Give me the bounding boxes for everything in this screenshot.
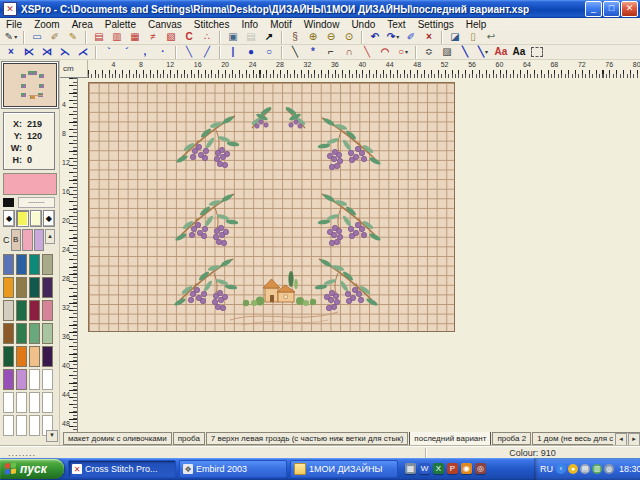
app-target-icon[interactable]: ◎ <box>475 463 486 474</box>
design-preview-thumbnail[interactable] <box>3 63 57 107</box>
design-tab[interactable]: макет домик с оливочками <box>63 432 172 445</box>
app-orange-icon[interactable]: ◉ <box>461 463 472 474</box>
redo-button[interactable]: ↷▾ <box>384 30 402 45</box>
menu-stitches[interactable]: Stitches <box>188 19 236 30</box>
thread-swatch[interactable] <box>3 346 14 367</box>
thread-swatch[interactable] <box>42 392 53 413</box>
language-chevron-icon[interactable]: ‹ <box>556 464 566 474</box>
paste-motif-button[interactable]: ▦ <box>126 30 144 45</box>
tray-green-icon[interactable]: ▥ <box>592 464 602 474</box>
half-cross-a-button[interactable]: ⋋ <box>56 45 74 60</box>
save-design-button[interactable]: ◪ <box>446 30 464 45</box>
thread-swatch[interactable] <box>3 323 14 344</box>
coin-icon[interactable]: ● <box>568 464 578 474</box>
selection-box-button[interactable] <box>528 45 546 60</box>
design-tab[interactable]: проба <box>173 432 205 445</box>
menu-info[interactable]: Info <box>235 19 264 30</box>
long-stitch-angle-button[interactable]: ╲▾ <box>474 45 492 60</box>
menu-settings[interactable]: Settings <box>412 19 460 30</box>
dropdown-arrow-icon[interactable]: ▾ <box>396 34 399 40</box>
french-knot-button[interactable]: ● <box>242 45 260 60</box>
thread-swatch[interactable] <box>3 277 14 298</box>
color-mode-alt[interactable] <box>30 210 42 227</box>
thread-swatch[interactable] <box>42 346 53 367</box>
thread-swatch[interactable] <box>29 346 40 367</box>
zoom-actual-button[interactable]: ⊙ <box>340 30 358 45</box>
thread-swatch[interactable] <box>16 254 27 275</box>
long-stitch-button[interactable]: ╲ <box>456 45 474 60</box>
thread-swatch[interactable] <box>3 300 14 321</box>
zoom-out-button[interactable]: ⊖ <box>322 30 340 45</box>
thread-swatch[interactable] <box>16 323 27 344</box>
thread-swatch[interactable] <box>3 254 14 275</box>
thread-swatch[interactable] <box>29 277 40 298</box>
pointer-arrow-button[interactable]: ↗ <box>260 30 278 45</box>
thread-swatch[interactable] <box>29 254 40 275</box>
marker-diamond-right[interactable]: ◆ <box>43 210 55 227</box>
taskbar-task-1[interactable]: ✕Cross Stitch Pro... <box>68 460 176 478</box>
tab-scroll-left[interactable]: ◂ <box>615 433 627 446</box>
design-tab[interactable]: проба 2 <box>492 432 531 445</box>
dropdown-arrow-icon[interactable]: ▾ <box>405 49 408 55</box>
palette-scroll-down[interactable]: ▼ <box>46 430 58 442</box>
half-stitch-fwd-button[interactable]: ╱ <box>198 45 216 60</box>
app-red-icon[interactable]: P <box>447 463 458 474</box>
excel-icon[interactable]: X <box>433 463 444 474</box>
menu-text[interactable]: Text <box>381 19 411 30</box>
text-tool-black-button[interactable]: Aa <box>510 45 528 60</box>
start-button[interactable]: пуск <box>0 459 64 479</box>
palette-swatch-pink[interactable] <box>22 229 33 251</box>
straight-stitch-red-button[interactable]: ╲ <box>358 45 376 60</box>
freehand-select-button[interactable]: ✐ <box>46 30 64 45</box>
design-canvas[interactable] <box>78 78 640 432</box>
black-color-button[interactable] <box>3 198 14 207</box>
thread-swatch[interactable] <box>16 346 27 367</box>
color-mode-selected[interactable] <box>16 210 28 227</box>
revert-file-button[interactable]: ↩ <box>482 30 500 45</box>
half-stitch-back-button[interactable]: ╲ <box>180 45 198 60</box>
text-tool-red-button[interactable]: Aa <box>492 45 510 60</box>
dropdown-arrow-icon[interactable]: ▾ <box>485 49 488 55</box>
thread-swatch[interactable] <box>16 415 27 436</box>
backstitch-button[interactable]: ╲ <box>286 45 304 60</box>
print-button[interactable]: ▤ <box>242 30 260 45</box>
thread-swatch[interactable] <box>16 392 27 413</box>
tab-scroll-right[interactable]: ▸ <box>628 433 640 446</box>
edit-points-button[interactable]: ✎ <box>64 30 82 45</box>
exclude-area-button[interactable]: ≠ <box>144 30 162 45</box>
vertical-stitch-button[interactable]: | <box>224 45 242 60</box>
couching-stitch-button[interactable]: ∩ <box>340 45 358 60</box>
thread-swatch[interactable] <box>16 300 27 321</box>
system-tool-icon[interactable]: ▦ <box>405 463 416 474</box>
thread-swatch[interactable] <box>29 369 40 390</box>
thread-swatch[interactable] <box>3 392 14 413</box>
quarter-stitch-ne-button[interactable]: ´ <box>118 45 136 60</box>
palette-swatch-lavender[interactable] <box>34 229 45 251</box>
tray-doc-icon[interactable]: ▤ <box>580 464 590 474</box>
taskbar-task-2[interactable]: ❖Embird 2003 <box>179 460 287 478</box>
thread-skein-button[interactable]: § <box>286 30 304 45</box>
thread-swatch[interactable] <box>29 392 40 413</box>
current-color-swatch[interactable] <box>3 173 57 195</box>
undo-button[interactable]: ↶ <box>366 30 384 45</box>
quarter-stitch-nw-button[interactable]: ` <box>100 45 118 60</box>
design-tab[interactable]: последний вариант <box>409 432 491 446</box>
menu-help[interactable]: Help <box>460 19 493 30</box>
menu-palette[interactable]: Palette <box>99 19 142 30</box>
bead-button[interactable]: ○ <box>260 45 278 60</box>
thread-swatch[interactable] <box>29 415 40 436</box>
full-cross-stitch-button[interactable]: × <box>2 45 20 60</box>
rotate-motif-button[interactable]: C <box>180 30 198 45</box>
menu-canvas[interactable]: Canvas <box>142 19 188 30</box>
thread-swatch[interactable] <box>16 369 27 390</box>
thread-swatch[interactable] <box>42 277 53 298</box>
thread-swatch[interactable] <box>42 369 53 390</box>
copy-motif-button[interactable]: ▥ <box>108 30 126 45</box>
taskbar-task-3[interactable]: 1МОИ ДИЗАЙНЫ <box>290 460 398 478</box>
thread-swatch[interactable] <box>3 369 14 390</box>
lazy-daisy-button[interactable]: * <box>304 45 322 60</box>
minimize-button[interactable]: _ <box>585 1 602 17</box>
delete-stitch-button[interactable]: × <box>420 30 438 45</box>
pencil-tool-button[interactable]: ✎▾ <box>2 30 20 45</box>
rect-select-button[interactable]: ▭ <box>28 30 46 45</box>
